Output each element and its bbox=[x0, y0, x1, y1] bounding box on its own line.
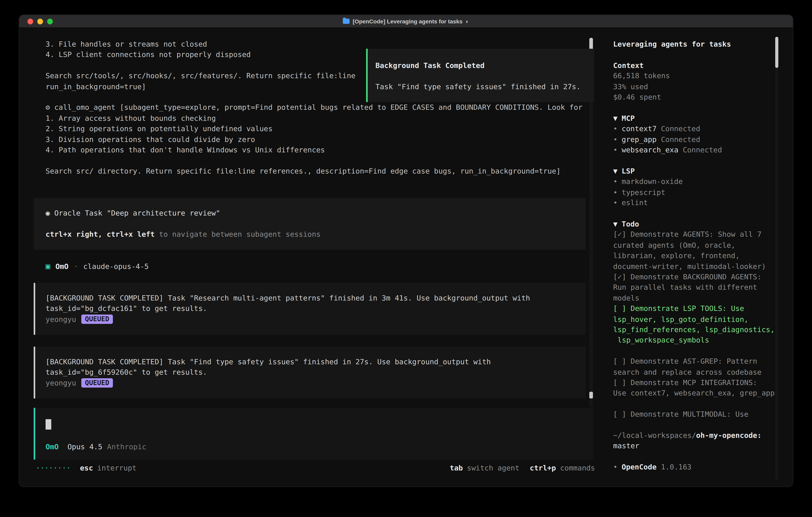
sidebar-scrollbar[interactable] bbox=[775, 37, 778, 481]
separator-dot: · bbox=[74, 261, 78, 272]
lsp-item: •markdown-oxide bbox=[613, 176, 793, 187]
sidebar-scrollbar-thumb[interactable] bbox=[775, 37, 778, 68]
context-spent: $0.46 spent bbox=[613, 92, 793, 102]
todo-item: [✓] Demonstrate BACKGROUND AGENTS:Run pa… bbox=[613, 272, 793, 303]
todo-item: [✓] Demonstrate AGENTS: Show all 7curate… bbox=[613, 229, 793, 272]
bullet-icon: • bbox=[613, 125, 617, 133]
scroll-bottom-indicator[interactable] bbox=[589, 392, 593, 399]
oracle-task-panel[interactable]: ◉ Oracle Task "Deep architecture review"… bbox=[34, 198, 586, 250]
shortcut-keys: ctrl+x right, ctrl+x left bbox=[46, 230, 155, 238]
progress-icon: ◐ bbox=[466, 18, 469, 24]
lsp-item: •typescript bbox=[613, 187, 793, 197]
toast-title: Background Task Completed bbox=[375, 60, 594, 71]
agent-name: OmO bbox=[55, 261, 68, 272]
todo-item-active: [ ] Demonstrate LSP TOOLS: Uselsp_hover,… bbox=[613, 303, 793, 346]
message-footer: yeongyu QUEUED bbox=[46, 378, 586, 388]
switch-agent-label: switch agent bbox=[467, 463, 519, 473]
input-cursor bbox=[46, 419, 51, 430]
bullet-icon: • bbox=[613, 198, 617, 207]
oracle-icon: ◉ bbox=[46, 209, 50, 217]
screen: [OpenCode] Leveraging agents for tasks ◐… bbox=[0, 0, 812, 517]
terminal-window: [OpenCode] Leveraging agents for tasks ◐… bbox=[19, 15, 793, 487]
toast-notification: Background Task Completed Task "Find typ… bbox=[366, 49, 594, 102]
lsp-heading[interactable]: ▼LSP bbox=[613, 166, 793, 176]
bullet-icon: • bbox=[613, 188, 617, 196]
shortcut-description: to navigate between subagent sessions bbox=[155, 230, 320, 238]
interrupt-label: interrupt bbox=[97, 463, 137, 473]
queued-badge: QUEUED bbox=[81, 378, 113, 388]
lsp-section: ▼LSP •markdown-oxide •typescript •eslint bbox=[613, 166, 793, 208]
branch-name: master bbox=[613, 441, 793, 451]
zoom-button[interactable] bbox=[47, 19, 53, 24]
ctrlp-key-hint: ctrl+p bbox=[530, 463, 556, 473]
task-message: [BACKGROUND TASK COMPLETED] Task "Find t… bbox=[34, 347, 586, 399]
input-agent-name: OmO bbox=[46, 441, 59, 452]
queued-badge: QUEUED bbox=[81, 315, 113, 324]
mcp-item: •grep_app Connected bbox=[613, 134, 793, 144]
todo-item: [ ] Demonstrate MCP INTEGRATIONS:Use con… bbox=[613, 377, 793, 399]
window-title: [OpenCode] Leveraging agents for tasks bbox=[353, 18, 463, 24]
context-section: Context 66,518 tokens 33% used $0.46 spe… bbox=[613, 60, 793, 102]
agent-session-header: ▣ OmO · claude-opus-4-5 bbox=[46, 261, 149, 272]
titlebar[interactable]: [OpenCode] Leveraging agents for tasks ◐ bbox=[19, 15, 793, 28]
bullet-icon: • bbox=[613, 177, 617, 186]
window-icon bbox=[343, 19, 350, 24]
todo-section: ▼Todo [✓] Demonstrate AGENTS: Show all 7… bbox=[613, 219, 793, 419]
opencode-version: •OpenCode 1.0.163 bbox=[613, 462, 793, 472]
message-author: yeongyu bbox=[46, 378, 76, 388]
todo-item: [ ] Demonstrate MULTIMODAL: Use bbox=[613, 409, 793, 419]
commands-label: commands bbox=[560, 463, 595, 473]
todo-heading[interactable]: ▼Todo bbox=[613, 219, 793, 229]
mcp-section: ▼MCP •context7 Connected •grep_app Conne… bbox=[613, 113, 793, 155]
tab-key-hint: tab bbox=[450, 463, 463, 473]
main-panel: 3. File handles or streams not closed4. … bbox=[19, 27, 605, 487]
status-bar: ········ esc interrupt tab switch agent … bbox=[34, 463, 595, 473]
close-button[interactable] bbox=[27, 19, 33, 24]
bullet-icon: • bbox=[613, 463, 617, 471]
oracle-title: ◉ Oracle Task "Deep architecture review" bbox=[46, 208, 586, 218]
window-title-group: [OpenCode] Leveraging agents for tasks ◐ bbox=[343, 18, 469, 24]
shortcut-hint: ctrl+x right, ctrl+x left to navigate be… bbox=[46, 229, 586, 240]
input-provider: Anthropic bbox=[107, 441, 146, 452]
lsp-item: •eslint bbox=[613, 197, 793, 208]
spinner-dots: ········ bbox=[36, 463, 71, 473]
agent-model: claude-opus-4-5 bbox=[83, 261, 149, 272]
input-footer: OmO Opus 4.5 Anthropic bbox=[46, 441, 593, 452]
sidebar: Leveraging agents for tasks Context 66,5… bbox=[605, 27, 793, 487]
traffic-lights bbox=[27, 15, 53, 27]
mcp-item: •websearch_exa Connected bbox=[613, 144, 793, 155]
context-heading: Context bbox=[613, 60, 793, 71]
mcp-item: •context7 Connected bbox=[613, 124, 793, 134]
context-used: 33% used bbox=[613, 81, 793, 92]
toast-body: Task "Find type safety issues" finished … bbox=[375, 81, 594, 92]
sidebar-title: Leveraging agents for tasks bbox=[613, 39, 793, 49]
context-tokens: 66,518 tokens bbox=[613, 71, 793, 81]
mcp-heading[interactable]: ▼MCP bbox=[613, 113, 793, 124]
collapse-triangle-icon: ▼ bbox=[613, 114, 617, 122]
task-message: [BACKGROUND TASK COMPLETED] Task "Resear… bbox=[34, 283, 586, 335]
bullet-icon: • bbox=[613, 145, 617, 154]
collapse-triangle-icon: ▼ bbox=[613, 167, 617, 175]
agent-icon: ▣ bbox=[46, 263, 50, 270]
chat-input[interactable]: OmO Opus 4.5 Anthropic bbox=[34, 408, 593, 460]
input-model: Opus 4.5 bbox=[67, 441, 103, 452]
message-footer: yeongyu QUEUED bbox=[46, 314, 586, 324]
message-text: [BACKGROUND TASK COMPLETED] Task "Find t… bbox=[46, 356, 586, 378]
collapse-triangle-icon: ▼ bbox=[613, 220, 617, 228]
minimize-button[interactable] bbox=[37, 19, 43, 24]
todo-item: [ ] Demonstrate AST-GREP: Patternsearch … bbox=[613, 356, 793, 377]
message-author: yeongyu bbox=[46, 314, 76, 324]
message-text: [BACKGROUND TASK COMPLETED] Task "Resear… bbox=[46, 293, 586, 314]
bullet-icon: • bbox=[613, 135, 617, 143]
esc-key-hint: esc bbox=[80, 463, 93, 473]
workspace-path: ~/local-workspaces/oh-my-opencode: bbox=[613, 430, 793, 441]
